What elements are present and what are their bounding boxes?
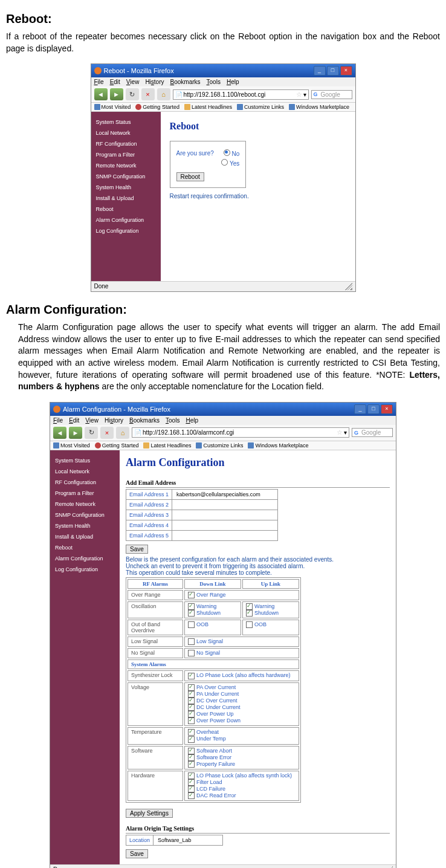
menu-history[interactable]: History	[145, 79, 164, 85]
sidebar-item-install-upload[interactable]: Install & Upload	[91, 193, 161, 204]
bookmark-star-icon[interactable]: ☆	[337, 429, 343, 436]
checkbox[interactable]	[188, 717, 195, 724]
menu-help[interactable]: Help	[186, 417, 198, 424]
sidebar-item-local-network[interactable]: Local Network	[91, 128, 161, 138]
menu-tools[interactable]: Tools	[166, 417, 179, 424]
sidebar-item-program-filter[interactable]: Program a Filter	[91, 149, 161, 160]
menu-view[interactable]: View	[85, 417, 99, 424]
sidebar-item-local-network[interactable]: Local Network	[50, 466, 120, 477]
sidebar-item-system-health[interactable]: System Health	[50, 520, 120, 531]
location-input[interactable]	[157, 837, 219, 844]
table-row: Over RangeOver Range	[128, 590, 299, 600]
reload-button[interactable]: ↻	[85, 427, 98, 439]
url-bar[interactable]: 📄 http://192.168.1.100/alarmconf.cgi ☆ ▾	[132, 427, 349, 438]
sidebar-item-alarm-config[interactable]: Alarm Configuration	[91, 215, 161, 225]
menu-bookmarks[interactable]: Bookmarks	[170, 79, 201, 85]
page-icon: 📄	[134, 429, 141, 436]
sidebar-item-reboot[interactable]: Reboot	[50, 542, 120, 553]
menu-edit[interactable]: Edit	[69, 417, 79, 424]
bookmark-most-visited[interactable]: Most Visited	[94, 104, 131, 110]
search-box[interactable]: G Google	[311, 90, 352, 99]
sidebar-item-log-config[interactable]: Log Configuration	[91, 225, 161, 236]
email-input-4[interactable]	[175, 522, 274, 529]
bookmark-windows-marketplace[interactable]: Windows Marketplace	[248, 442, 308, 449]
minimize-button[interactable]: _	[314, 66, 326, 76]
maximize-button[interactable]: □	[367, 404, 380, 414]
checkbox[interactable]	[188, 610, 195, 617]
url-bar[interactable]: 📄 http://192.168.1.100/reboot.cgi ☆ ▾	[173, 89, 309, 100]
sidebar-item-alarm-config[interactable]: Alarm Configuration	[50, 553, 120, 564]
apply-settings-button[interactable]: Apply Settings	[126, 809, 173, 818]
back-button[interactable]: ◄	[94, 88, 108, 100]
bookmark-windows-marketplace[interactable]: Windows Marketplace	[289, 104, 349, 110]
checkbox[interactable]	[246, 610, 253, 617]
reload-button[interactable]: ↻	[126, 88, 139, 100]
bookmark-latest-headlines[interactable]: Latest Headlines	[184, 104, 232, 110]
sidebar-item-install-upload[interactable]: Install & Upload	[50, 531, 120, 542]
bookmark-getting-started[interactable]: Getting Started	[95, 442, 139, 449]
menu-file[interactable]: File	[53, 417, 63, 424]
menu-file[interactable]: File	[94, 79, 104, 85]
page-icon: 📄	[175, 91, 183, 98]
sidebar-item-program-filter[interactable]: Program a Filter	[50, 488, 120, 499]
sidebar-item-remote-network[interactable]: Remote Network	[50, 499, 120, 510]
home-button[interactable]: ⌂	[157, 88, 170, 100]
menu-view[interactable]: View	[126, 79, 140, 85]
sidebar-item-system-status[interactable]: System Status	[50, 455, 120, 466]
bookmark-getting-started[interactable]: Getting Started	[135, 104, 179, 110]
menubar: File Edit View History Bookmarks Tools H…	[50, 416, 396, 425]
reboot-button[interactable]: Reboot	[176, 172, 204, 181]
checkbox[interactable]	[188, 792, 195, 799]
radio-no[interactable]	[224, 149, 230, 156]
checkbox-over-range[interactable]	[188, 592, 195, 598]
bookmark-customize-links[interactable]: Customize Links	[237, 104, 284, 110]
close-button[interactable]: ×	[381, 404, 393, 414]
menu-help[interactable]: Help	[227, 79, 239, 85]
checkbox[interactable]	[188, 621, 195, 628]
bookmark-most-visited[interactable]: Most Visited	[53, 442, 90, 449]
menu-history[interactable]: History	[105, 417, 123, 424]
checkbox[interactable]	[246, 621, 253, 628]
sidebar-item-rf-config[interactable]: RF Configuration	[50, 477, 120, 488]
checkbox[interactable]	[188, 761, 195, 768]
menu-bookmarks[interactable]: Bookmarks	[129, 417, 160, 424]
bookmark-latest-headlines[interactable]: Latest Headlines	[143, 442, 191, 449]
email-input-2[interactable]	[175, 501, 274, 508]
resize-grip[interactable]	[345, 283, 352, 290]
sidebar-item-remote-network[interactable]: Remote Network	[91, 160, 161, 171]
stop-button[interactable]: ×	[141, 88, 155, 100]
forward-button[interactable]: ►	[110, 88, 123, 100]
checkbox[interactable]	[188, 638, 195, 645]
checkbox[interactable]	[188, 650, 195, 656]
close-button[interactable]: ×	[340, 66, 352, 76]
maximize-button[interactable]: □	[327, 66, 339, 76]
email-input-5[interactable]	[175, 532, 274, 539]
sidebar-item-snmp-config[interactable]: SNMP Configuration	[91, 171, 161, 182]
bookmark-customize-links[interactable]: Customize Links	[196, 442, 243, 449]
search-box[interactable]: G Google	[352, 428, 393, 437]
save-button-2[interactable]: Save	[126, 849, 148, 858]
home-button[interactable]: ⌂	[116, 427, 129, 439]
sidebar-item-reboot[interactable]: Reboot	[91, 204, 161, 215]
menu-edit[interactable]: Edit	[110, 79, 120, 85]
sidebar-item-system-status[interactable]: System Status	[91, 117, 161, 128]
page-title: Reboot	[170, 121, 346, 132]
minimize-button[interactable]: _	[354, 404, 366, 414]
dropdown-icon[interactable]: ▾	[303, 91, 306, 98]
dropdown-icon[interactable]: ▾	[344, 429, 347, 436]
menu-tools[interactable]: Tools	[207, 79, 221, 85]
save-button[interactable]: Save	[126, 545, 148, 554]
stop-button[interactable]: ×	[100, 427, 114, 439]
bookmark-star-icon[interactable]: ☆	[296, 91, 302, 99]
email-input-1[interactable]	[175, 491, 274, 498]
back-button[interactable]: ◄	[53, 427, 66, 439]
checkbox[interactable]	[188, 736, 195, 743]
radio-yes[interactable]	[221, 159, 228, 166]
sidebar-item-snmp-config[interactable]: SNMP Configuration	[50, 510, 120, 520]
checkbox[interactable]	[188, 673, 195, 679]
sidebar-item-log-config[interactable]: Log Configuration	[50, 564, 120, 575]
email-input-3[interactable]	[175, 511, 274, 519]
sidebar-item-system-health[interactable]: System Health	[91, 182, 161, 193]
sidebar-item-rf-config[interactable]: RF Configuration	[91, 138, 161, 149]
forward-button[interactable]: ►	[69, 427, 82, 439]
